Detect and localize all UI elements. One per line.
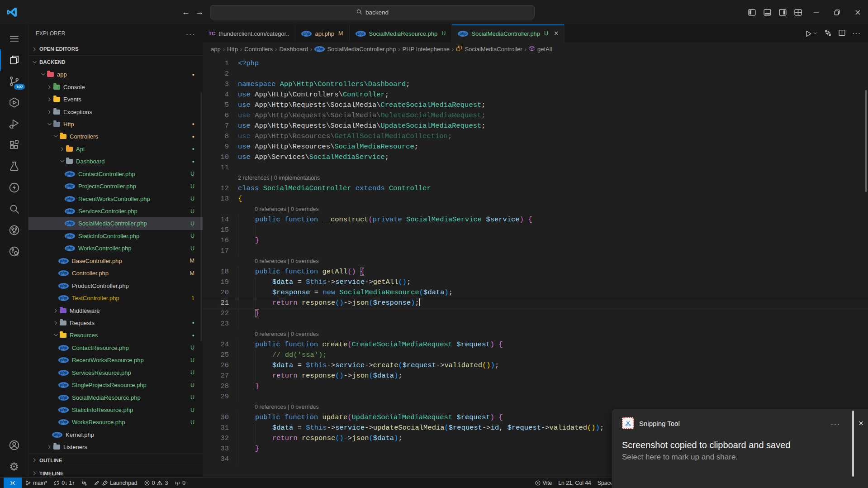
code-line-8[interactable]: 8use App\Http\Resources\GetAllSocialMedi…: [203, 131, 868, 142]
split-editor-icon[interactable]: [838, 29, 846, 38]
notification-more-icon[interactable]: ···: [831, 420, 840, 427]
tree-item-workscontroller-php[interactable]: phpWorksController.phpU: [28, 242, 203, 254]
code-line-23[interactable]: 23: [203, 319, 868, 329]
code-line-16[interactable]: 16}: [203, 235, 868, 246]
tab-controller[interactable]: phpSocialMediaController.phpU×: [452, 24, 564, 43]
code-line-13[interactable]: 13{: [203, 194, 868, 204]
codelens-references[interactable]: 0 references | 0 overrides: [255, 404, 319, 410]
code-line-14[interactable]: 14public function __construct(private So…: [203, 215, 868, 225]
more-actions-icon[interactable]: ···: [852, 29, 861, 38]
code-line-29[interactable]: 29: [203, 392, 868, 402]
tree-item-app[interactable]: app●: [28, 68, 203, 81]
code-line-19[interactable]: 19$data = $this->service->getAll();: [203, 277, 868, 287]
forward-button[interactable]: →: [193, 7, 206, 17]
status-git-branch[interactable]: main*: [22, 478, 50, 488]
breadcrumb-item-dashboard[interactable]: Dashboard: [279, 46, 308, 53]
tree-item-contactresource-php[interactable]: phpContactResource.phpU: [28, 342, 203, 354]
close-button[interactable]: [847, 0, 868, 24]
tree-item-resources[interactable]: Resources●: [28, 329, 203, 341]
code-line-10[interactable]: 10use App\Services\SocialMediaService;: [203, 152, 868, 163]
open-changes-icon[interactable]: [824, 29, 832, 38]
tree-item-staticinfocontroller-php[interactable]: phpStaticInfoController.phpU: [28, 230, 203, 242]
code-line-15[interactable]: 15: [203, 225, 868, 235]
toggle-panel-icon[interactable]: [759, 0, 775, 24]
restore-button[interactable]: [826, 0, 847, 24]
breadcrumb-item-getall[interactable]: getAll: [529, 45, 552, 53]
code-line-5[interactable]: 5use App\Http\Requests\SocialMedia\Creat…: [203, 100, 868, 110]
code-line-12[interactable]: 12class SocialMediaController extends Co…: [203, 183, 868, 194]
code-line-9[interactable]: 9use App\Http\Resources\SocialMediaResou…: [203, 142, 868, 152]
tree-item-basecontroller-php[interactable]: phpBaseController.phpM: [28, 255, 203, 267]
notification-close-icon[interactable]: ×: [859, 418, 863, 428]
activity-thunder-client-icon[interactable]: [0, 177, 28, 198]
breadcrumb-item-app[interactable]: app: [211, 46, 221, 53]
codelens-row[interactable]: 0 references | 0 overrides: [203, 204, 868, 215]
tree-item-socialmediacontroller-php[interactable]: phpSocialMediaController.phpU: [28, 217, 203, 230]
toggle-secondary-sidebar-icon[interactable]: [775, 0, 790, 24]
breadcrumb-item-php-intelephense[interactable]: PHP Intelephense: [403, 46, 450, 53]
back-button[interactable]: ←: [179, 7, 193, 17]
code-line-7[interactable]: 7use App\Http\Requests\SocialMedia\Updat…: [203, 121, 868, 131]
tree-item-requests[interactable]: Requests●: [28, 317, 203, 329]
customize-layout-icon[interactable]: [790, 0, 806, 24]
activity-extensions-icon[interactable]: [0, 134, 28, 156]
code-line-22[interactable]: 22}: [203, 308, 868, 319]
code-line-21[interactable]: 21return response()->json($response);: [203, 298, 868, 308]
codelens-references[interactable]: 0 references | 0 overrides: [255, 206, 319, 212]
sidebar-scrollbar[interactable]: [200, 92, 202, 341]
tree-item-controller-php[interactable]: phpController.phpM: [28, 267, 203, 279]
status-problems[interactable]: 03: [141, 478, 171, 488]
breadcrumb-item-socialmediacontroller-php[interactable]: phpSocialMediaController.php: [314, 46, 396, 53]
run-code-button[interactable]: [805, 29, 818, 38]
tree-item-servicesresource-php[interactable]: phpServicesResource.phpU: [28, 367, 203, 379]
tree-item-events[interactable]: Events: [28, 93, 203, 105]
tree-item-http[interactable]: Http●: [28, 118, 203, 130]
code-line-3[interactable]: 3namespace App\Http\Controllers\Dashboar…: [203, 79, 868, 90]
code-line-1[interactable]: 1<?php: [203, 58, 868, 69]
activity-testing-icon[interactable]: [0, 156, 28, 177]
tree-item-console[interactable]: Console: [28, 81, 203, 93]
tree-item-servicescontroller-php[interactable]: phpServicesController.phpU: [28, 205, 203, 217]
code-line-27[interactable]: 27return response()->json($data);: [203, 371, 868, 381]
activity-run-debug-icon[interactable]: [0, 113, 28, 134]
tree-item-listeners[interactable]: Listeners: [28, 441, 203, 453]
tree-item-recentworksresource-php[interactable]: phpRecentWorksResource.phpU: [28, 354, 203, 366]
tree-item-dashboard[interactable]: Dashboard●: [28, 155, 203, 167]
minimize-button[interactable]: [806, 0, 826, 24]
tree-item-kernel-php[interactable]: phpKernel.php: [28, 429, 203, 441]
status-remote[interactable]: [4, 478, 22, 488]
code-line-20[interactable]: 20$response = new SocialMediaResource($d…: [203, 287, 868, 298]
notification-scrollbar[interactable]: [852, 411, 854, 477]
activity-search-icon[interactable]: [0, 198, 28, 220]
code-line-2[interactable]: 2: [203, 69, 868, 79]
tree-item-controllers[interactable]: Controllers●: [28, 130, 203, 143]
status-git-compare[interactable]: [78, 478, 90, 488]
status-ports[interactable]: 0: [171, 478, 189, 488]
status-git-sync[interactable]: 0↓ 1↑: [50, 478, 78, 488]
activity-source-control-icon[interactable]: 107: [0, 71, 28, 92]
codelens-references[interactable]: 2 references | 0 implementations: [238, 175, 320, 181]
snipping-tool-notification[interactable]: Snipping Tool ··· × Screenshot copied to…: [612, 409, 868, 488]
codelens-row[interactable]: 2 references | 0 implementations: [203, 173, 868, 183]
status-launchpad[interactable]: Launchpad: [90, 478, 140, 488]
breadcrumb-item-controllers[interactable]: Controllers: [244, 46, 273, 53]
code-line-26[interactable]: 26$data = $this->service->create($reques…: [203, 360, 868, 371]
command-center-search[interactable]: backend: [210, 5, 535, 19]
code-line-17[interactable]: 17: [203, 246, 868, 256]
tab-api[interactable]: phpapi.phpM: [295, 24, 349, 43]
breadcrumb-item-http[interactable]: Http: [227, 46, 238, 53]
activity-containers-icon[interactable]: [0, 92, 28, 113]
codelens-row[interactable]: 0 references | 0 overrides: [203, 256, 868, 267]
activity-explorer-icon[interactable]: [0, 49, 28, 71]
tree-item-testcontroller-php[interactable]: phpTestController.php1: [28, 292, 203, 304]
code-line-6[interactable]: 6use App\Http\Requests\SocialMedia\Delet…: [203, 110, 868, 121]
tree-item-worksresource-php[interactable]: phpWorksResource.phpU: [28, 416, 203, 428]
codelens-references[interactable]: 0 references | 0 overrides: [255, 258, 319, 264]
code-line-4[interactable]: 4use App\Http\Controllers\Controller;: [203, 90, 868, 100]
tree-item-api[interactable]: Api●: [28, 143, 203, 155]
tree-item-productcontroller-php[interactable]: phpProductController.php: [28, 279, 203, 292]
activity-accounts-icon[interactable]: [0, 435, 28, 456]
tree-item-exceptions[interactable]: Exceptions: [28, 105, 203, 118]
editor-scrollbar[interactable]: [865, 90, 867, 192]
code-line-24[interactable]: 24public function create(CreateSocialMed…: [203, 340, 868, 350]
